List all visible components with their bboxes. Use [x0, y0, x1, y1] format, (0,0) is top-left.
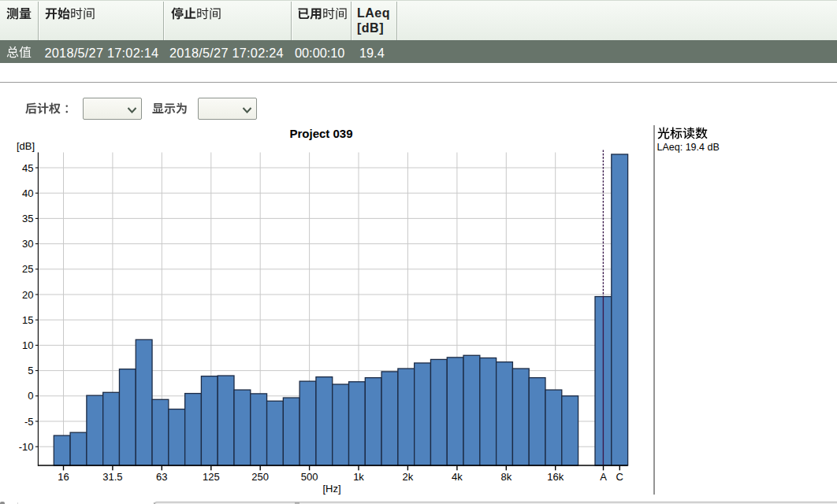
svg-text:250: 250 — [251, 471, 269, 483]
svg-text:10: 10 — [22, 339, 33, 351]
svg-text:[dB]: [dB] — [17, 140, 35, 152]
svg-text:-5: -5 — [24, 416, 34, 428]
svg-text:125: 125 — [203, 471, 220, 483]
svg-text:25: 25 — [22, 263, 33, 275]
svg-text:8k: 8k — [500, 471, 512, 483]
svg-text:A: A — [600, 471, 607, 483]
svg-text:-10: -10 — [19, 441, 34, 453]
svg-text:4k: 4k — [452, 471, 463, 483]
svg-text:[Hz]: [Hz] — [322, 483, 340, 495]
svg-text:16k: 16k — [547, 471, 564, 483]
svg-text:20: 20 — [22, 289, 33, 301]
svg-text:15: 15 — [22, 314, 33, 326]
svg-text:30: 30 — [22, 238, 33, 250]
svg-text:45: 45 — [22, 162, 33, 174]
svg-text:35: 35 — [22, 213, 33, 224]
svg-text:5: 5 — [28, 365, 33, 376]
svg-text:31.5: 31.5 — [102, 471, 122, 483]
svg-text:63: 63 — [156, 471, 167, 483]
svg-text:2k: 2k — [403, 471, 414, 483]
svg-text:40: 40 — [22, 187, 33, 199]
svg-text:C: C — [616, 471, 623, 483]
svg-text:500: 500 — [301, 471, 318, 483]
svg-text:16: 16 — [58, 471, 69, 483]
svg-text:0: 0 — [28, 390, 33, 402]
svg-text:1k: 1k — [353, 471, 364, 483]
